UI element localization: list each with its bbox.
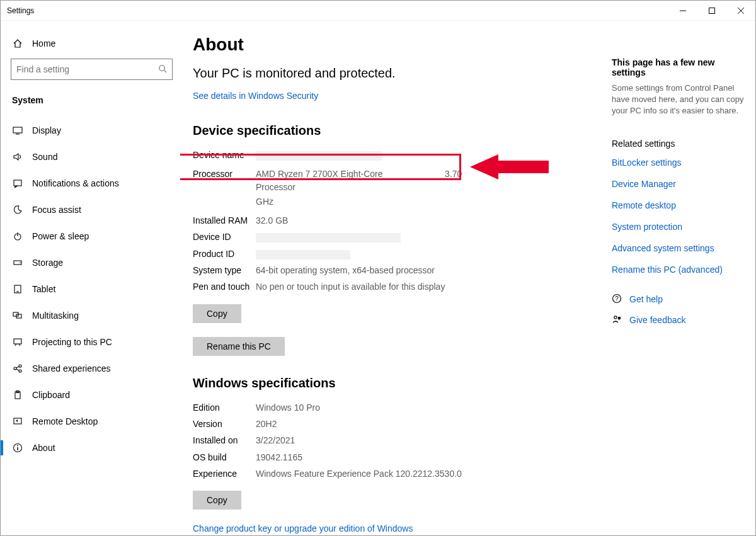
row-edition: Edition Windows 10 Pro: [193, 399, 587, 416]
maximize-button[interactable]: [697, 1, 726, 21]
svg-line-5: [164, 70, 167, 72]
moon-icon: [12, 205, 23, 215]
svg-point-18: [14, 367, 16, 370]
sidebar-header: System: [8, 91, 175, 118]
rail-news-body: Some settings from Control Panel have mo…: [612, 83, 748, 117]
spec-label: Device name: [193, 149, 256, 161]
row-system-type: System type 64-bit operating system, x64…: [193, 262, 587, 278]
titlebar: Settings: [1, 1, 755, 21]
svg-point-19: [19, 365, 21, 367]
give-feedback-row[interactable]: Give feedback: [612, 314, 748, 326]
spec-value: [256, 149, 382, 161]
get-help-row[interactable]: ? Get help: [612, 294, 748, 305]
row-installed-on: Installed on 3/22/2021: [193, 432, 587, 448]
sidebar-item-sound[interactable]: Sound: [8, 144, 175, 169]
rename-pc-button[interactable]: Rename this PC: [193, 337, 285, 356]
spec-label: OS build: [193, 451, 256, 464]
spec-label: Product ID: [193, 248, 256, 260]
sidebar-item-label: Sound: [32, 152, 57, 162]
spec-value: 3/22/2021: [256, 434, 295, 447]
system-protection-link[interactable]: System protection: [612, 222, 748, 232]
search-box[interactable]: [11, 59, 173, 80]
spec-value: No pen or touch input is available for t…: [256, 280, 445, 293]
svg-point-4: [159, 65, 165, 71]
sidebar-item-clipboard[interactable]: Clipboard: [8, 382, 175, 408]
row-processor: Processor AMD Ryzen 7 2700X Eight-Core P…: [193, 166, 587, 195]
sidebar-item-tablet[interactable]: Tablet: [8, 277, 175, 302]
get-help-label: Get help: [629, 294, 663, 304]
sidebar-item-multitasking[interactable]: Multitasking: [8, 303, 175, 328]
sidebar-item-label: Storage: [32, 258, 63, 268]
rename-advanced-link[interactable]: Rename this PC (advanced): [612, 265, 748, 275]
product-key-link[interactable]: Change product key or upgrade your editi…: [193, 523, 587, 533]
copy-windows-specs-button[interactable]: Copy: [193, 491, 241, 510]
spec-value: [256, 248, 350, 260]
spec-label: Version: [193, 418, 256, 430]
redacted-value: [256, 151, 382, 161]
svg-point-28: [17, 445, 18, 447]
sidebar-item-about[interactable]: About: [8, 435, 175, 460]
search-input[interactable]: [16, 64, 158, 74]
row-product-id: Product ID: [193, 246, 587, 262]
display-icon: [12, 125, 23, 135]
help-icon: ?: [612, 294, 626, 305]
row-device-name: Device name: [193, 147, 587, 163]
page-title: About: [193, 35, 587, 55]
advanced-settings-link[interactable]: Advanced system settings: [612, 243, 748, 253]
sidebar-item-remote-desktop[interactable]: Remote Desktop: [8, 409, 175, 434]
info-icon: [12, 443, 23, 453]
sidebar-item-projecting[interactable]: Projecting to this PC: [8, 329, 175, 355]
sidebar: Home System Display Sound Notifications …: [1, 21, 180, 535]
sidebar-item-label: Projecting to this PC: [32, 337, 112, 347]
minimize-button[interactable]: [668, 1, 697, 21]
close-button[interactable]: [726, 1, 755, 21]
sidebar-item-label: Power & sleep: [32, 231, 89, 241]
spec-label: Processor: [193, 168, 256, 193]
device-manager-link[interactable]: Device Manager: [612, 179, 748, 189]
sidebar-item-shared-experiences[interactable]: Shared experiences: [8, 356, 175, 381]
sidebar-item-label: Shared experiences: [32, 363, 111, 373]
svg-point-12: [20, 262, 21, 263]
sidebar-item-label: Multitasking: [32, 311, 79, 321]
projecting-icon: [12, 337, 23, 347]
svg-text:?: ?: [615, 295, 619, 302]
spec-value-cont: GHz: [256, 195, 273, 208]
row-version: Version 20H2: [193, 416, 587, 432]
svg-rect-17: [14, 339, 21, 344]
multitasking-icon: [12, 311, 23, 321]
window-title: Settings: [7, 6, 668, 15]
home-label: Home: [32, 38, 55, 48]
processor-ghz-value: 3.70: [445, 168, 462, 193]
svg-point-32: [614, 316, 617, 318]
sound-icon: [12, 152, 23, 162]
sidebar-item-focus-assist[interactable]: Focus assist: [8, 197, 175, 222]
spec-label: Device ID: [193, 231, 256, 243]
redacted-value: [256, 233, 401, 242]
security-link[interactable]: See details in Windows Security: [193, 91, 318, 101]
home-icon: [12, 38, 23, 48]
sidebar-item-label: Display: [32, 125, 61, 135]
home-nav[interactable]: Home: [8, 32, 175, 55]
bitlocker-link[interactable]: BitLocker settings: [612, 157, 748, 168]
sidebar-item-power-sleep[interactable]: Power & sleep: [8, 224, 175, 249]
sidebar-item-notifications[interactable]: Notifications & actions: [8, 171, 175, 196]
tablet-icon: [12, 284, 23, 294]
spec-value: 19042.1165: [256, 451, 302, 464]
clipboard-icon: [12, 390, 23, 400]
remote-desktop-link[interactable]: Remote desktop: [612, 200, 748, 210]
sidebar-item-storage[interactable]: Storage: [8, 250, 175, 275]
spec-label: Installed on: [193, 434, 256, 447]
windows-specs-heading: Windows specifications: [193, 376, 587, 391]
sidebar-item-label: Tablet: [32, 284, 55, 294]
main-content: About Your PC is monitored and protected…: [180, 21, 612, 535]
window-controls: [668, 1, 755, 21]
copy-device-specs-button[interactable]: Copy: [193, 304, 241, 323]
sidebar-item-display[interactable]: Display: [8, 118, 175, 143]
redacted-value: [256, 250, 350, 259]
row-pen-touch: Pen and touch No pen or touch input is a…: [193, 278, 587, 295]
spec-value: 32.0 GB: [256, 214, 288, 227]
sidebar-item-label: Clipboard: [32, 390, 70, 400]
right-rail: This page has a few new settings Some se…: [612, 21, 755, 535]
spec-label: Pen and touch: [193, 280, 256, 293]
rail-related-heading: Related settings: [612, 139, 748, 149]
